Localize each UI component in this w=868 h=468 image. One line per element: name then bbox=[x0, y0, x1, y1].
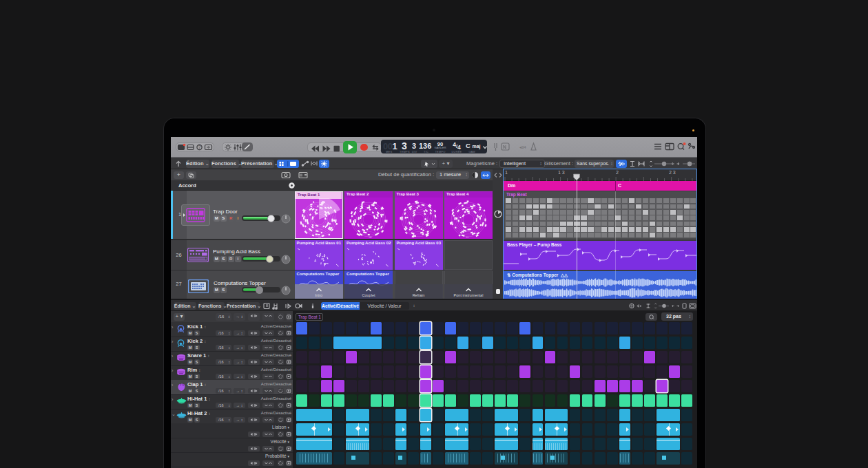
svg-text:?: ? bbox=[198, 145, 201, 149]
svg-text:◂34: ◂34 bbox=[519, 145, 526, 149]
